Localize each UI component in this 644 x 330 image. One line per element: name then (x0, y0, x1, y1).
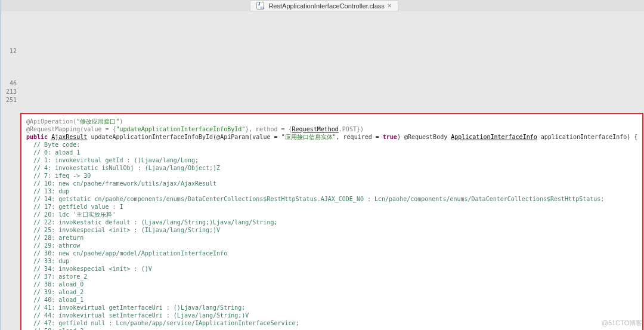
watermark: @51CTO博客 (602, 319, 642, 328)
editor-tab-bar: RestApplicationInterfaceController.class… (1, 0, 644, 11)
class-file-icon (256, 2, 264, 10)
editor-panel: RestApplicationInterfaceController.class… (1, 0, 644, 330)
close-icon[interactable]: ✕ (387, 2, 392, 9)
code-viewer[interactable]: @ApiOperation("修改应用接口") @RequestMapping(… (20, 113, 643, 330)
line-number: 12 (1, 47, 17, 55)
line-number: 213 (1, 88, 17, 96)
line-number-gutter: 12 46 213 251 (1, 11, 19, 330)
editor-tab[interactable]: RestApplicationInterfaceController.class… (250, 0, 398, 11)
line-number: 46 (1, 79, 17, 88)
tab-label: RestApplicationInterfaceController.class (268, 2, 384, 10)
line-number: 251 (1, 96, 17, 104)
